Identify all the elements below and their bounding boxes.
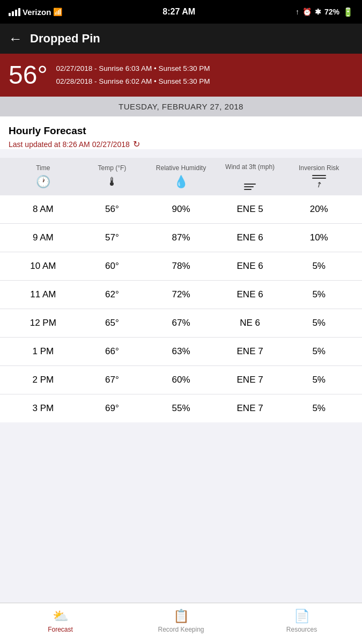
alarm-icon: ⏰	[302, 8, 312, 16]
date-banner: TUESDAY, FEBRUARY 27, 2018	[0, 97, 362, 116]
table-row: 12 PM 65° 67% NE 6 5%	[0, 309, 362, 338]
cell-temp: 57°	[78, 232, 147, 243]
cell-temp: 62°	[78, 289, 147, 300]
cell-wind: ENE 6	[216, 261, 285, 272]
col-time-label: Time	[36, 164, 50, 172]
cell-time: 11 AM	[9, 289, 78, 300]
cell-inversion: 5%	[284, 403, 353, 414]
col-humidity-label: Relative Humidity	[156, 164, 206, 172]
table-row: 2 PM 67° 60% ENE 7 5%	[0, 366, 362, 394]
cell-inversion: 5%	[284, 289, 353, 300]
cell-time: 3 PM	[9, 403, 78, 414]
cell-temp: 66°	[78, 346, 147, 357]
inversion-icon: ↗	[312, 175, 326, 189]
table-row: 9 AM 57° 87% ENE 6 10%	[0, 224, 362, 252]
cell-inversion: 5%	[284, 375, 353, 385]
table-row: 3 PM 69° 55% ENE 7 5%	[0, 394, 362, 422]
battery-label: 72%	[324, 8, 339, 16]
cell-wind: ENE 7	[216, 403, 285, 414]
status-right: ↑ ⏰ ✱ 72% 🔋	[295, 7, 353, 17]
col-wind: Wind at 3ft (mph)	[216, 163, 285, 190]
cell-humidity: 60%	[146, 375, 216, 385]
cell-humidity: 72%	[146, 289, 216, 300]
cell-humidity: 87%	[146, 232, 216, 243]
cell-wind: ENE 5	[216, 204, 285, 215]
cell-wind: NE 6	[216, 318, 285, 328]
sun-info-day1: 02/27/2018 - Sunrise 6:03 AM • Sunset 5:…	[56, 62, 210, 75]
col-time: Time 🕐	[9, 164, 78, 189]
col-humidity: Relative Humidity 💧	[146, 164, 216, 189]
cell-wind: ENE 6	[216, 289, 285, 300]
cell-humidity: 63%	[146, 346, 216, 357]
cell-time: 12 PM	[9, 318, 78, 328]
cell-time: 8 AM	[9, 204, 78, 215]
cell-humidity: 67%	[146, 318, 216, 328]
wind-icon	[244, 174, 256, 190]
last-updated: Last updated at 8:26 AM 02/27/2018 ↻	[9, 139, 353, 149]
signal-bars	[9, 8, 20, 16]
cell-inversion: 10%	[284, 232, 353, 243]
table-row: 10 AM 60° 78% ENE 6 5%	[0, 252, 362, 281]
cell-time: 2 PM	[9, 375, 78, 385]
cell-temp: 65°	[78, 318, 147, 328]
table-row: 11 AM 62° 72% ENE 6 5%	[0, 281, 362, 309]
droplet-icon: 💧	[174, 175, 188, 189]
cell-time: 1 PM	[9, 346, 78, 357]
cell-inversion: 5%	[284, 318, 353, 328]
table-row: 1 PM 66° 63% ENE 7 5%	[0, 338, 362, 366]
nav-bar: ← Dropped Pin	[0, 24, 362, 54]
location-icon: ↑	[295, 8, 299, 16]
battery-icon: 🔋	[343, 7, 353, 17]
info-band: 56° 02/27/2018 - Sunrise 6:03 AM • Sunse…	[0, 54, 362, 97]
col-temp: Temp (°F) 🌡	[78, 164, 147, 189]
temperature-display: 56°	[9, 62, 48, 88]
last-updated-text: Last updated at 8:26 AM 02/27/2018	[9, 140, 130, 149]
cell-humidity: 78%	[146, 261, 216, 272]
cell-inversion: 20%	[284, 204, 353, 215]
refresh-icon[interactable]: ↻	[133, 139, 140, 149]
hourly-section: Hourly Forecast Last updated at 8:26 AM …	[0, 116, 362, 149]
cell-temp: 67°	[78, 375, 147, 385]
cell-humidity: 55%	[146, 403, 216, 414]
cell-humidity: 90%	[146, 204, 216, 215]
thermometer-icon: 🌡	[106, 175, 118, 189]
col-inversion-label: Inversion Risk	[299, 164, 339, 172]
cell-wind: ENE 7	[216, 375, 285, 385]
data-table: 8 AM 56° 90% ENE 5 20% 9 AM 57° 87% ENE …	[0, 195, 362, 422]
back-button[interactable]: ←	[9, 31, 23, 47]
cell-temp: 60°	[78, 261, 147, 272]
cell-inversion: 5%	[284, 346, 353, 357]
table-header: Time 🕐 Temp (°F) 🌡 Relative Humidity 💧 W…	[0, 158, 362, 195]
col-temp-label: Temp (°F)	[98, 164, 126, 172]
cell-inversion: 5%	[284, 261, 353, 272]
page-title: Dropped Pin	[30, 32, 100, 46]
bluetooth-icon: ✱	[315, 8, 321, 16]
sun-info: 02/27/2018 - Sunrise 6:03 AM • Sunset 5:…	[56, 62, 210, 89]
status-bar: Verizon 📶 8:27 AM ↑ ⏰ ✱ 72% 🔋	[0, 0, 362, 24]
sun-info-day2: 02/28/2018 - Sunrise 6:02 AM • Sunset 5:…	[56, 75, 210, 88]
status-left: Verizon 📶	[9, 8, 62, 17]
wifi-icon: 📶	[53, 8, 62, 16]
cell-time: 9 AM	[9, 232, 78, 243]
cell-wind: ENE 6	[216, 232, 285, 243]
status-time: 8:27 AM	[162, 7, 195, 17]
cell-wind: ENE 7	[216, 346, 285, 357]
carrier-label: Verizon	[23, 8, 51, 17]
hourly-title: Hourly Forecast	[9, 125, 353, 137]
table-row: 8 AM 56° 90% ENE 5 20%	[0, 195, 362, 224]
cell-temp: 69°	[78, 403, 147, 414]
cell-time: 10 AM	[9, 261, 78, 272]
clock-icon: 🕐	[36, 175, 50, 189]
col-wind-label: Wind at 3ft (mph)	[225, 163, 275, 171]
col-inversion: Inversion Risk ↗	[284, 164, 353, 189]
cell-temp: 56°	[78, 204, 147, 215]
